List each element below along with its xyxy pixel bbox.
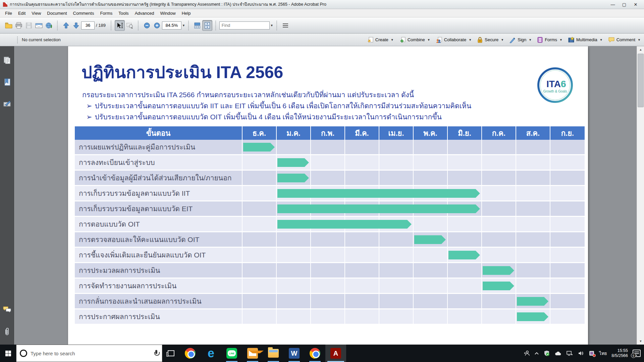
taskbar-app-word[interactable]: W	[284, 345, 305, 362]
page-number-input[interactable]	[81, 21, 95, 29]
zoom-out-button[interactable]	[142, 20, 152, 31]
gantt-cell	[448, 217, 482, 231]
find-input[interactable]	[219, 21, 270, 29]
taskbar-app-acrobat[interactable]: A	[325, 345, 346, 362]
gantt-bar	[414, 235, 446, 244]
volume-icon[interactable]	[578, 351, 584, 356]
microphone-icon[interactable]	[154, 350, 159, 357]
menu-document[interactable]: Document	[44, 10, 70, 17]
intro-text-block: กรอบระยะเวลาการประเมิน ITA 2566 กำหนดกรอ…	[82, 89, 558, 122]
scrolling-mode-button[interactable]	[192, 20, 202, 31]
taskbar-app-chrome-profile[interactable]	[305, 345, 325, 362]
gantt-cell	[243, 186, 277, 200]
show-hidden-icons-chevron[interactable]	[534, 352, 539, 355]
attachments-button[interactable]	[2, 327, 12, 337]
chrome-profile-icon	[310, 348, 320, 359]
email-button[interactable]	[34, 20, 44, 31]
snapshot-tool-button[interactable]	[125, 20, 135, 31]
page-thumbnails-button[interactable]	[2, 56, 12, 65]
onedrive-cloud-icon[interactable]	[554, 351, 562, 356]
page-thumbnails-icon	[3, 56, 11, 65]
close-button[interactable]: ✕	[630, 2, 641, 7]
next-page-button[interactable]	[71, 20, 81, 31]
gantt-cell	[448, 309, 482, 324]
previous-page-button[interactable]	[61, 20, 71, 31]
create-button[interactable]: Create▼	[367, 37, 394, 43]
page-down-arrow-icon	[73, 22, 79, 29]
combine-button[interactable]: Combine▼	[399, 37, 430, 43]
signatures-button[interactable]	[2, 99, 12, 109]
sidebar-menu-button[interactable]	[280, 20, 290, 31]
taskbar-app-edge[interactable]: e	[201, 345, 221, 362]
fit-page-button[interactable]	[202, 20, 212, 31]
menu-edit[interactable]: Edit	[15, 10, 29, 17]
gantt-cell	[414, 248, 448, 262]
gantt-cell	[379, 155, 414, 170]
gantt-row: การเก็บรวบรวมข้อมูลตามแบบวัด IIT	[75, 186, 585, 201]
taskbar-app-outlook[interactable]	[242, 345, 263, 362]
people-icon[interactable]	[524, 350, 530, 356]
gantt-column-header-month: มี.ค.	[345, 126, 379, 140]
language-indicator[interactable]: ไทย	[599, 350, 607, 357]
security-shield-icon[interactable]	[544, 350, 550, 356]
comment-button[interactable]: Comment▼	[608, 37, 641, 43]
gantt-cell	[379, 294, 414, 308]
sign-button[interactable]: Sign▼	[509, 37, 532, 43]
menu-file[interactable]: File	[2, 10, 15, 17]
forms-button[interactable]: Forms▼	[537, 37, 562, 43]
zoom-in-button[interactable]	[152, 20, 162, 31]
menu-view[interactable]: View	[29, 10, 44, 17]
menu-help[interactable]: Help	[179, 10, 194, 17]
clock[interactable]: 15:55 8/5/2566	[611, 348, 628, 358]
vertical-scrollbar[interactable]: ▲ ▼	[637, 46, 644, 345]
chrome-icon	[185, 348, 196, 359]
gantt-cell	[311, 279, 345, 293]
print-button[interactable]	[14, 20, 24, 31]
secondary-toolbar: No current selection Create▼ Combine▼ Co…	[0, 34, 644, 46]
taskbar-app-explorer[interactable]	[263, 345, 284, 362]
scroll-down-arrow[interactable]: ▼	[637, 338, 644, 345]
menu-window[interactable]: Window	[157, 10, 178, 17]
menu-forms[interactable]: Forms	[97, 10, 115, 17]
task-view-button[interactable]	[162, 345, 180, 362]
gantt-cell	[414, 140, 448, 154]
collaborate-button[interactable]: Collaborate▼	[436, 37, 472, 43]
gantt-row-label: การกลั่นกรองและนำเสนอผลการประเมิน	[75, 294, 243, 308]
zoom-level-value[interactable]: 84.5%	[162, 21, 181, 29]
bookmarks-button[interactable]	[2, 77, 12, 87]
alert-app-icon[interactable]	[589, 350, 595, 356]
save-button[interactable]	[24, 20, 34, 31]
menu-tools[interactable]: Tools	[115, 10, 131, 17]
scrollbar-thumb[interactable]	[638, 54, 644, 107]
gantt-cell	[345, 232, 379, 247]
scroll-up-arrow[interactable]: ▲	[637, 46, 644, 53]
gantt-cell	[516, 201, 550, 216]
open-file-button[interactable]	[4, 20, 14, 31]
gantt-bar	[483, 266, 514, 275]
upload-share-button[interactable]	[44, 20, 54, 31]
gantt-bar	[448, 251, 480, 259]
taskbar-search[interactable]: Type here to search	[16, 345, 162, 362]
taskbar-app-chrome[interactable]	[180, 345, 201, 362]
menu-comments[interactable]: Comments	[70, 10, 97, 17]
menu-advanced[interactable]: Advanced	[132, 10, 157, 17]
minimize-button[interactable]: —	[607, 2, 619, 7]
tray-time: 15:55	[611, 348, 628, 353]
secure-button[interactable]: Secure▼	[477, 37, 504, 43]
find-dropdown-caret[interactable]: ▼	[270, 24, 273, 27]
start-button[interactable]	[0, 345, 16, 362]
network-display-icon[interactable]	[567, 351, 573, 356]
forms-icon	[537, 37, 543, 43]
action-center-button[interactable]: 5	[633, 350, 641, 357]
maximize-button[interactable]: ▢	[619, 2, 630, 7]
zoom-in-icon	[154, 22, 160, 29]
taskbar-app-line[interactable]: LINE	[221, 345, 242, 362]
gantt-cell	[516, 171, 550, 185]
gantt-cell	[379, 140, 414, 154]
comments-panel-button[interactable]	[2, 305, 12, 314]
gantt-row-timeline	[243, 217, 585, 231]
select-tool-button[interactable]	[115, 20, 125, 31]
multimedia-button[interactable]: Multimedia▼	[568, 37, 603, 43]
gantt-cell	[345, 140, 379, 154]
zoom-dropdown-caret[interactable]: ▼	[182, 24, 185, 27]
